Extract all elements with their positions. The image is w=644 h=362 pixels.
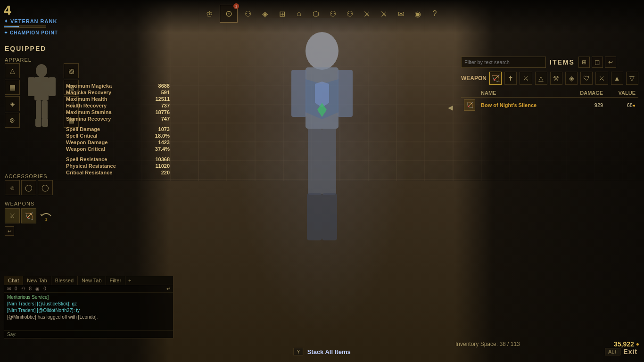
item-name-cell[interactable]: Bow of Night's Silence: [478, 98, 565, 113]
rank-bar-container: [4, 25, 46, 28]
item-name[interactable]: Bow of Night's Silence: [481, 102, 537, 108]
gold-display: 35,922 ●: [614, 340, 639, 348]
inventory-icon[interactable]: ⊞: [275, 7, 289, 20]
slot-shoulders[interactable]: ▦: [5, 80, 20, 95]
filter-dest-btn[interactable]: ▲: [611, 72, 623, 85]
equipped-title: EQUIPPED: [5, 45, 46, 52]
svg-rect-5: [322, 129, 336, 195]
scroll-arrow[interactable]: ◀: [448, 104, 453, 111]
journal-icon[interactable]: ⌂: [292, 7, 305, 20]
list-view-btn[interactable]: ◫: [592, 57, 603, 68]
tab-chat[interactable]: Chat: [4, 276, 23, 285]
stat-value: 12511: [155, 96, 170, 102]
crown-icon[interactable]: ♔: [203, 7, 216, 20]
stat-value: 10368: [155, 156, 170, 162]
filter-hammer-btn[interactable]: ⚒: [550, 72, 562, 85]
rank-bar-fill: [4, 26, 19, 27]
inventory-table: NAME DAMAGE VALUE 🏹 Bow of Night's Silen…: [461, 89, 638, 113]
filter-staff-btn[interactable]: ✝: [504, 72, 517, 85]
stat-value: 737: [161, 103, 170, 108]
stat-value: 591: [161, 90, 170, 95]
mail-status-icon: ✉: [7, 286, 11, 291]
chat-input[interactable]: [18, 332, 170, 337]
cp-label: CHAMPION POINT: [10, 30, 58, 35]
social-icon[interactable]: ⚇: [326, 7, 339, 20]
stat-row: Maximum Health 12511: [66, 96, 170, 102]
filter-sword-btn[interactable]: ⚔: [520, 72, 532, 85]
guild-icon[interactable]: ⚔: [360, 7, 373, 20]
right-panel: [455, 0, 644, 362]
stack-key[interactable]: Y: [293, 348, 303, 355]
stat-value: 220: [161, 170, 170, 175]
col-value: VALUE: [606, 89, 638, 98]
slot-weapon1[interactable]: ⚔: [5, 208, 20, 223]
col-icon: [461, 89, 478, 98]
tab-blessed[interactable]: Blessed: [51, 276, 78, 285]
filter-dagger-btn[interactable]: ◈: [565, 72, 578, 85]
stat-row: Spell Damage 1073: [66, 126, 170, 132]
mail-icon[interactable]: ✉: [394, 7, 407, 20]
slot-helmet[interactable]: △: [5, 63, 20, 78]
filter-shield-btn[interactable]: 🛡: [580, 72, 593, 85]
slot-chest[interactable]: ◈: [5, 96, 20, 111]
character-icon[interactable]: ◈: [258, 7, 272, 20]
chat-line: [Nirn Traders] [@OlidotNorth27]: ty: [7, 307, 170, 314]
back-btn[interactable]: ↩: [605, 57, 616, 68]
map-icon[interactable]: ⬡: [309, 7, 322, 20]
filter-armor-btn[interactable]: △: [535, 72, 547, 85]
stat-value: 747: [161, 116, 170, 122]
table-row[interactable]: 🏹 Bow of Night's Silence 929 68●: [461, 98, 638, 113]
view-icons: ⊞ ◫ ↩: [578, 57, 616, 68]
filter-bow-btn[interactable]: 🏹: [489, 72, 502, 85]
tab-newtab2[interactable]: New Tab: [78, 276, 106, 285]
svg-rect-6: [307, 193, 322, 240]
tab-newtab1[interactable]: New Tab: [23, 276, 51, 285]
stat-name: Physical Resistance: [66, 163, 116, 169]
help-icon[interactable]: ?: [428, 7, 441, 20]
stat-row: Magicka Recovery 591: [66, 89, 170, 96]
stat-row: Spell Critical 18.0%: [66, 132, 170, 139]
stat-value: 18.0%: [155, 133, 170, 139]
grid-view-btn[interactable]: ⊞: [578, 57, 590, 68]
stat-name: Critical Resistance: [66, 170, 112, 175]
chat-scroll-btn[interactable]: ↩: [166, 286, 170, 291]
stat-value: 1423: [158, 140, 170, 145]
slot-gloves[interactable]: ⊗: [5, 113, 20, 128]
slot-ring1[interactable]: ◯: [21, 180, 36, 195]
stat-value: 8688: [158, 83, 170, 89]
alert-count: 0: [43, 286, 46, 291]
tab-filter[interactable]: Filter: [106, 276, 125, 285]
weapon-swap-icon[interactable]: 1: [38, 207, 55, 224]
slot-ring2[interactable]: ◯: [38, 180, 53, 195]
tab-add[interactable]: +: [125, 276, 134, 285]
bag-icon[interactable]: ⊙ 1: [220, 5, 238, 23]
exit-button[interactable]: Exit: [623, 348, 637, 355]
inventory-space: Inventory Space: 38 / 113: [455, 341, 520, 347]
group-icon[interactable]: ⚇: [343, 7, 356, 20]
top-center-icons: ♔ ⊙ 1 ⚇ ◈ ⊞ ⌂ ⬡ ⚇ ⚇ ⚔ ⚔ ✉ ◉ ?: [203, 5, 441, 23]
slot-weapon2[interactable]: 🏹: [21, 208, 36, 223]
stat-name: Health Recovery: [66, 103, 107, 108]
group-status-icon: ⚇: [21, 286, 25, 291]
alliance-icon[interactable]: ⚔: [377, 7, 390, 20]
slot-cape[interactable]: ▨: [64, 63, 79, 78]
col-name: NAME: [478, 89, 565, 98]
filter-rest-btn[interactable]: ▽: [626, 72, 638, 85]
svg-rect-11: [28, 77, 35, 96]
skills-icon[interactable]: ⚇: [241, 7, 255, 20]
stat-name: Maximum Magicka: [66, 83, 112, 89]
svg-rect-4: [308, 129, 322, 195]
filter-2h-btn[interactable]: ⚔: [595, 72, 608, 85]
gold-icon: ●: [636, 341, 639, 347]
cp-star-icon: ✦: [4, 30, 8, 36]
stat-name: Weapon Damage: [66, 140, 107, 145]
say-label: Say:: [7, 332, 17, 337]
search-input[interactable]: [461, 57, 546, 68]
stat-name: Spell Critical: [66, 133, 98, 139]
character-display: [232, 18, 412, 338]
slot-neck[interactable]: ⌾: [5, 180, 20, 195]
store-icon[interactable]: ◉: [411, 7, 424, 20]
slot-offhand[interactable]: ↩: [5, 226, 14, 236]
chat-panel: Chat New Tab Blessed New Tab Filter + ✉ …: [4, 276, 173, 338]
champion-point: ✦ CHAMPION POINT: [4, 30, 58, 36]
